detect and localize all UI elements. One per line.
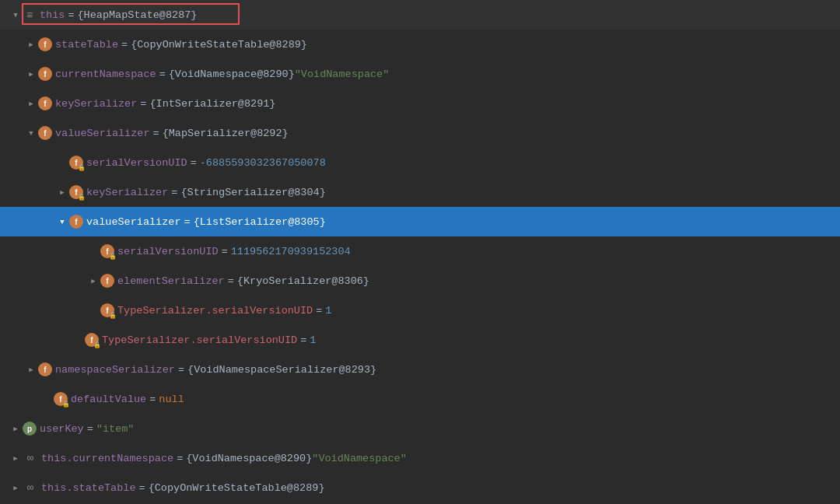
expand-toggle[interactable] xyxy=(87,275,100,287)
row-content: serialVersionUID = -6885593032367050078 xyxy=(86,157,326,169)
field-icon: f xyxy=(100,273,115,289)
tree-row[interactable]: f🔒keySerializer = {StringSerializer@8304… xyxy=(0,177,840,207)
field-locked-icon: f🔒 xyxy=(68,184,84,200)
tree-row[interactable]: puserKey = "item" xyxy=(0,414,840,443)
variable-value: {KryoSerializer@8306} xyxy=(237,275,369,287)
tree-row[interactable]: f🔒TypeSerializer.serialVersionUID = 1 xyxy=(0,296,840,325)
variable-value: {CopyOnWriteStateTable@8289} xyxy=(149,482,325,494)
variable-name: elementSerializer xyxy=(117,275,225,287)
expand-toggle[interactable] xyxy=(25,363,37,376)
field-icon: f xyxy=(37,362,53,377)
variable-name: this xyxy=(40,9,65,21)
row-content: this.currentNamespace = {VoidNamespace@8… xyxy=(41,453,407,464)
variable-value: {IntSerializer@8291} xyxy=(149,98,275,110)
tree-row[interactable]: ∞this.stateTable = {CopyOnWriteStateTabl… xyxy=(0,473,840,502)
equals-op: = xyxy=(300,334,306,346)
variable-name: keySerializer xyxy=(86,187,168,198)
tree-row[interactable]: fstateTable = {CopyOnWriteStateTable@828… xyxy=(0,30,840,59)
variable-name: serialVersionUID xyxy=(117,246,219,257)
field-badge: f xyxy=(38,96,52,110)
expand-toggle[interactable] xyxy=(56,215,68,228)
variable-name: serialVersionUID xyxy=(86,157,187,169)
expand-toggle[interactable] xyxy=(56,186,68,198)
field-locked-icon: f🔒 xyxy=(68,155,84,170)
equals-op: = xyxy=(140,98,146,110)
equals-op: = xyxy=(228,275,234,287)
row-content: defaultValue = null xyxy=(71,394,184,405)
field-locked-icon: f🔒 xyxy=(84,332,100,348)
variable-value: 1 xyxy=(310,334,316,346)
expand-toggle[interactable] xyxy=(25,127,37,139)
equals-op: = xyxy=(159,68,166,80)
variable-name: valueSerializer xyxy=(86,216,181,228)
tree-row[interactable]: fkeySerializer = {IntSerializer@8291} xyxy=(0,89,840,118)
expand-toggle[interactable] xyxy=(9,422,22,435)
field-icon: f xyxy=(37,125,53,141)
tree-row[interactable]: f🔒serialVersionUID = 1119562170939152304 xyxy=(0,236,840,266)
expand-toggle[interactable] xyxy=(25,68,37,80)
property-badge: p xyxy=(23,422,37,436)
row-content: elementSerializer = {KryoSerializer@8306… xyxy=(117,275,369,287)
collapsed-arrow xyxy=(13,484,17,492)
lines-symbol: ≡ xyxy=(26,9,33,21)
expand-toggle[interactable] xyxy=(25,97,37,110)
equals-op: = xyxy=(177,453,183,464)
equals-op: = xyxy=(222,246,228,257)
equals-op: = xyxy=(139,482,145,494)
tree-row[interactable]: felementSerializer = {KryoSerializer@830… xyxy=(0,266,840,296)
expand-toggle[interactable] xyxy=(25,38,37,51)
variable-value: 1 xyxy=(325,305,331,317)
tree-row[interactable]: ≡this = {HeapMapState@8287} xyxy=(0,0,840,30)
variable-name: defaultValue xyxy=(71,394,146,405)
variable-value: {VoidNamespaceSerializer@8293} xyxy=(187,364,376,376)
field-badge: f xyxy=(38,37,52,51)
variable-value: {VoidNamespace@8290} xyxy=(169,68,295,80)
collapsed-arrow xyxy=(13,425,17,433)
tree-row[interactable]: fvalueSerializer = {ListSerializer@8305} xyxy=(0,207,840,236)
property-icon: p xyxy=(22,421,37,436)
collapsed-arrow xyxy=(60,188,64,197)
tree-row[interactable]: fvalueSerializer = {MapSerializer@8292} xyxy=(0,118,840,148)
tree-row[interactable]: fnamespaceSerializer = {VoidNamespaceSer… xyxy=(0,355,840,384)
expand-toggle[interactable] xyxy=(87,304,100,317)
lock-overlay: 🔒 xyxy=(109,254,117,260)
infinity-icon: ∞ xyxy=(22,480,39,495)
tree-row[interactable]: ∞this.currentNamespace = {VoidNamespace@… xyxy=(0,443,840,473)
field-badge: f xyxy=(69,215,83,229)
variable-value: {HeapMapState@8287} xyxy=(78,9,198,21)
field-locked-icon: f🔒 xyxy=(100,243,115,259)
expanded-arrow xyxy=(29,129,33,138)
collapsed-arrow xyxy=(29,100,33,108)
lock-overlay: 🔒 xyxy=(62,401,70,408)
field-badge: f xyxy=(100,274,114,288)
variable-value: {MapSerializer@8292} xyxy=(163,128,289,139)
tree-row[interactable]: fcurrentNamespace = {VoidNamespace@8290}… xyxy=(0,59,840,89)
extra-value: "VoidNamespace" xyxy=(295,68,390,80)
expand-toggle[interactable] xyxy=(40,393,53,405)
tree-row[interactable]: f🔒TypeSerializer.serialVersionUID = 1 xyxy=(0,325,840,355)
expand-toggle[interactable] xyxy=(9,481,22,494)
expand-toggle[interactable] xyxy=(87,245,100,257)
equals-op: = xyxy=(153,128,159,139)
tree-row[interactable]: f🔒defaultValue = null xyxy=(0,384,840,414)
equals-op: = xyxy=(171,187,177,198)
field-lock-badge: f🔒 xyxy=(85,333,99,347)
expand-toggle[interactable] xyxy=(56,156,68,169)
expand-toggle[interactable] xyxy=(72,334,84,346)
field-badge: f xyxy=(38,67,52,81)
variable-value: -6885593032367050078 xyxy=(200,157,326,169)
expand-toggle[interactable] xyxy=(9,9,22,21)
field-badge: f xyxy=(38,362,52,376)
field-lock-badge: f🔒 xyxy=(54,392,68,406)
row-content: userKey = "item" xyxy=(40,423,134,435)
tree-row[interactable]: f🔒serialVersionUID = -688559303236705007… xyxy=(0,148,840,177)
expand-toggle[interactable] xyxy=(9,452,22,464)
collapsed-arrow xyxy=(29,70,33,79)
variable-name: currentNamespace xyxy=(55,68,156,80)
row-content: namespaceSerializer = {VoidNamespaceSeri… xyxy=(55,364,376,376)
field-locked-icon: f🔒 xyxy=(100,303,115,318)
lines-icon: ≡ xyxy=(22,7,37,23)
extra-value: "VoidNamespace" xyxy=(312,453,407,464)
collapsed-arrow xyxy=(91,277,95,285)
variable-value: {VoidNamespace@8290} xyxy=(186,453,312,464)
